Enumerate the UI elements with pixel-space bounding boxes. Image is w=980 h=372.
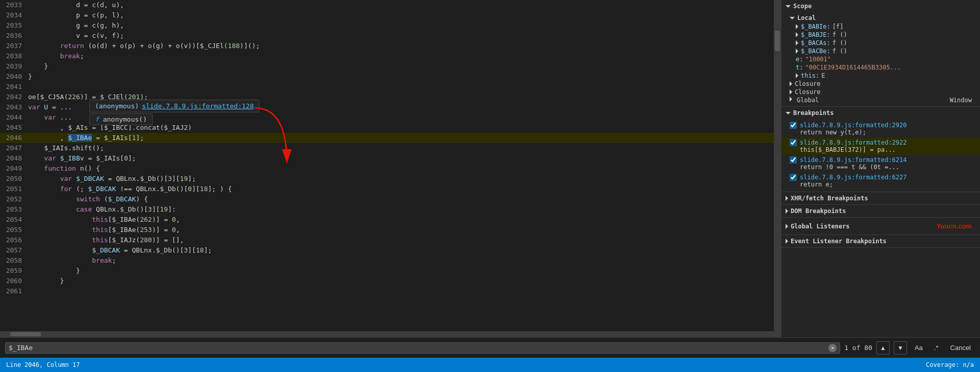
chevron-right-icon bbox=[786, 224, 788, 229]
tooltip-popup: (anonymous) slide.7.8.9.js:formatted:128 bbox=[89, 100, 259, 112]
breakpoints-section: Breakpoints slide.7.8.9.js:formatted:292… bbox=[781, 107, 980, 192]
table-row: 2055 this[$_IBAe(253)] = 0, bbox=[0, 225, 774, 235]
scope-item-closure2[interactable]: Closure bbox=[781, 88, 980, 96]
scope-item-babIe[interactable]: $_BABIe: [f] bbox=[781, 22, 980, 31]
tooltip-link[interactable]: slide.7.8.9.js:formatted:128 bbox=[142, 102, 254, 110]
scope-section-header[interactable]: Scope bbox=[781, 0, 980, 12]
search-prev-button[interactable]: ▲ bbox=[876, 341, 890, 355]
chevron-right-icon bbox=[786, 208, 788, 214]
scope-item-global: Global Window bbox=[781, 96, 980, 104]
xhr-title: XHR/fetch Breakpoints bbox=[791, 195, 868, 202]
search-input-wrap: ✕ bbox=[5, 342, 840, 354]
chevron-right-icon bbox=[796, 73, 798, 78]
breakpoint-checkbox-2[interactable] bbox=[790, 139, 797, 146]
search-bar: ✕ 1 of 80 ▲ ▼ Aa .* Cancel bbox=[0, 337, 980, 358]
table-row: 2061 bbox=[0, 286, 774, 296]
scope-local-label: Local bbox=[797, 14, 816, 21]
scope-item-babJe[interactable]: $_BABJE: f () bbox=[781, 31, 980, 39]
event-listeners-header[interactable]: Event Listener Breakpoints bbox=[781, 235, 980, 247]
main-area: 2033 d = c(d, u), 2034 p = c(p, l), 2035… bbox=[0, 0, 980, 337]
search-input[interactable] bbox=[9, 344, 825, 352]
table-row: 2039 } bbox=[0, 61, 774, 72]
regex-button[interactable]: .* bbox=[930, 341, 942, 355]
chevron-right-icon bbox=[790, 81, 792, 86]
table-row: 2048 var $_IBBv = $_IAIs[0]; bbox=[0, 153, 774, 164]
right-panel: Scope Local $_BABIe: [f] $_BABJE: f () bbox=[781, 0, 980, 337]
table-row: 2052 switch ($_DBCAK) { bbox=[0, 194, 774, 204]
search-count: 1 of 80 bbox=[844, 344, 872, 352]
dom-title: DOM Breakpoints bbox=[791, 207, 846, 215]
search-close-button[interactable]: ✕ bbox=[828, 344, 837, 352]
code-editor: 2033 d = c(d, u), 2034 p = c(p, l), 2035… bbox=[0, 0, 774, 337]
breakpoint-item-4: slide.7.8.9.js:formatted:6227 return e; bbox=[781, 172, 980, 190]
vertical-scrollbar[interactable] bbox=[774, 0, 781, 337]
table-row: 2059 } bbox=[0, 266, 774, 276]
table-row: 2053 case QBLnx.$_Db()[3][19]: bbox=[0, 204, 774, 215]
breakpoints-header[interactable]: Breakpoints bbox=[781, 107, 980, 119]
breakpoint-item-1: slide.7.8.9.js:formatted:2920 return new… bbox=[781, 120, 980, 137]
chevron-down-icon bbox=[790, 17, 795, 19]
scope-local-header[interactable]: Local bbox=[781, 13, 980, 22]
vertical-scrollbar-thumb[interactable] bbox=[775, 31, 780, 51]
chevron-right-icon bbox=[796, 24, 798, 29]
breakpoint-checkbox-4[interactable] bbox=[790, 174, 797, 181]
table-row: 2036 v = c(v, f); bbox=[0, 31, 774, 41]
chevron-right-icon bbox=[796, 49, 798, 54]
coverage-status: Coverage: n/a bbox=[926, 361, 974, 368]
table-row: 2050 var $_DBCAK = QBLnx.$_Db()[3][19]; bbox=[0, 174, 774, 184]
global-listeners-header[interactable]: Global Listeners Yuucn.com bbox=[781, 218, 980, 235]
table-row: 2049 function n() { bbox=[0, 164, 774, 174]
breakpoint-item-3: slide.7.8.9.js:formatted:6214 return !0 … bbox=[781, 155, 980, 172]
code-content: 2033 d = c(d, u), 2034 p = c(p, l), 2035… bbox=[0, 0, 774, 331]
event-listeners-section: Event Listener Breakpoints bbox=[781, 235, 980, 248]
scope-item-t: t: "00C1E3934D1614465B3305... bbox=[781, 63, 980, 72]
tooltip-fn-sig: f anonymous() bbox=[89, 113, 153, 125]
table-row: 2035 g = c(g, h), bbox=[0, 20, 774, 31]
xhr-header[interactable]: XHR/fetch Breakpoints bbox=[781, 192, 980, 204]
breakpoints-title: Breakpoints bbox=[793, 109, 834, 117]
yuucn-watermark: Yuucn.com bbox=[933, 220, 976, 232]
table-row: 2047 $_IAIs.shift(); bbox=[0, 143, 774, 153]
dom-section: DOM Breakpoints bbox=[781, 205, 980, 218]
scope-section: Scope Local $_BABIe: [f] $_BABJE: f () bbox=[781, 0, 980, 107]
table-row: 2046 , $_IBAe = $_IAIs[1]; bbox=[0, 133, 774, 143]
tooltip-label: (anonymous) bbox=[95, 102, 139, 110]
xhr-section: XHR/fetch Breakpoints bbox=[781, 192, 980, 205]
breakpoint-checkbox-3[interactable] bbox=[790, 156, 797, 164]
horizontal-scrollbar[interactable] bbox=[0, 331, 774, 337]
chevron-right-icon bbox=[796, 40, 798, 45]
scope-item-bacAs[interactable]: $_BACAs: f () bbox=[781, 39, 980, 47]
dom-header[interactable]: DOM Breakpoints bbox=[781, 205, 980, 217]
table-row: 2058 break; bbox=[0, 255, 774, 266]
table-row: 2041 bbox=[0, 82, 774, 92]
table-row: 2038 break; bbox=[0, 51, 774, 61]
scope-item-closure1[interactable]: Closure bbox=[781, 80, 980, 88]
scope-item-e: e: "10001" bbox=[781, 55, 980, 63]
search-next-button[interactable]: ▼ bbox=[894, 341, 907, 355]
scope-content: Local $_BABIe: [f] $_BABJE: f () $_ bbox=[781, 12, 980, 106]
scope-title: Scope bbox=[793, 3, 812, 10]
breakpoints-content: slide.7.8.9.js:formatted:2920 return new… bbox=[781, 119, 980, 192]
breakpoint-checkbox-1[interactable] bbox=[790, 122, 797, 129]
table-row: 2051 for (; $_DBCAK !== QBLnx.$_Db()[0][… bbox=[0, 184, 774, 194]
scope-item-bacBe[interactable]: $_BACBe: f () bbox=[781, 47, 980, 55]
chevron-down-icon bbox=[786, 5, 791, 8]
status-bar-right: Coverage: n/a bbox=[926, 361, 974, 368]
line-col-status: Line 2046, Column 17 bbox=[6, 361, 80, 368]
chevron-right-icon bbox=[796, 32, 798, 37]
global-listeners-section: Global Listeners Yuucn.com bbox=[781, 218, 980, 235]
table-row: 2033 d = c(d, u), bbox=[0, 0, 774, 10]
chevron-right-icon bbox=[786, 239, 788, 244]
chevron-right-icon bbox=[786, 196, 788, 201]
match-case-button[interactable]: Aa bbox=[911, 341, 926, 355]
scope-item-this[interactable]: this: E bbox=[781, 72, 980, 80]
breakpoint-item-2: slide.7.8.9.js:formatted:2922 this[$_BAB… bbox=[781, 137, 980, 155]
chevron-right-icon bbox=[790, 89, 792, 95]
table-row: 2057 $_DBCAK = QBLnx.$_Db()[3][18]; bbox=[0, 245, 774, 255]
horizontal-scrollbar-thumb[interactable] bbox=[10, 332, 41, 336]
table-row: 2054 this[$_IBAe(262)] = 0, bbox=[0, 215, 774, 225]
status-bar: Line 2046, Column 17 Coverage: n/a bbox=[0, 358, 980, 372]
code-lines: 2033 d = c(d, u), 2034 p = c(p, l), 2035… bbox=[0, 0, 774, 296]
table-row: 2040 } bbox=[0, 72, 774, 82]
cancel-button[interactable]: Cancel bbox=[946, 343, 975, 353]
